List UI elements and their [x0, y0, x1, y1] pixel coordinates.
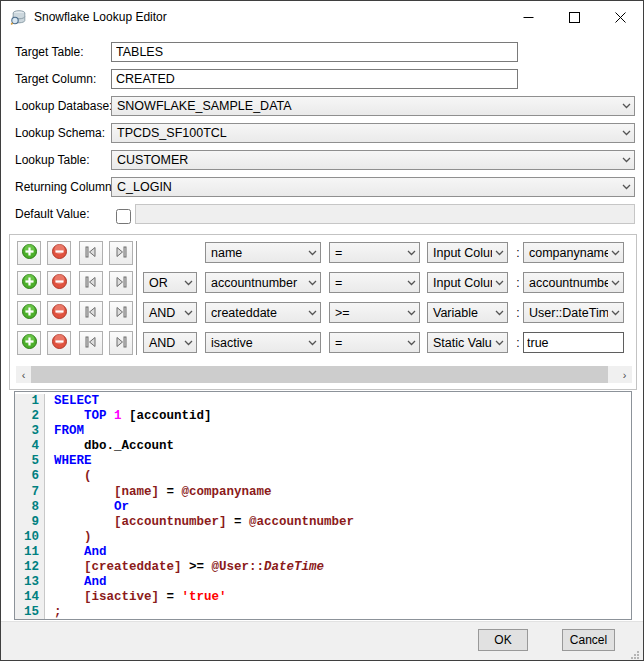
- target-table-label: Target Table:: [15, 42, 84, 62]
- value-type-select[interactable]: Static Value: [427, 332, 508, 353]
- move-last-button[interactable]: [109, 301, 133, 325]
- field-select[interactable]: name: [205, 242, 321, 263]
- line-number: 14: [15, 590, 45, 605]
- operator-select[interactable]: >=: [329, 302, 420, 323]
- colon-separator: :: [514, 331, 522, 355]
- move-last-icon: [113, 244, 129, 263]
- field-select[interactable]: createddate: [205, 302, 321, 323]
- scroll-left-button[interactable]: ‹: [16, 366, 31, 383]
- line-number: 15: [15, 605, 45, 620]
- target-column-input[interactable]: [111, 69, 518, 89]
- condition-builder-panel: name=Input Column:companynameORaccountnu…: [9, 234, 637, 390]
- line-number: 13: [15, 575, 45, 590]
- chevron-down-icon: [492, 280, 507, 286]
- maximize-button[interactable]: [551, 1, 597, 33]
- chevron-down-icon: [404, 340, 419, 346]
- chevron-down-icon: [492, 340, 507, 346]
- resize-grip[interactable]: [630, 650, 640, 660]
- close-icon: [615, 12, 626, 23]
- move-first-button[interactable]: [79, 301, 103, 325]
- line-number: 4: [15, 439, 45, 454]
- condition-row: ANDisactive=Static Value:: [10, 331, 636, 355]
- conjunction-select[interactable]: AND: [143, 332, 197, 353]
- move-first-icon: [83, 334, 99, 353]
- move-first-button[interactable]: [79, 271, 103, 295]
- chevron-right-icon: ›: [623, 369, 627, 381]
- lookup-database-select[interactable]: SNOWFLAKE_SAMPLE_DATA: [111, 96, 635, 116]
- remove-row-icon: [51, 243, 68, 263]
- condition-row: ORaccountnumber=Input Column:accountnumb…: [10, 271, 636, 295]
- condition-row: name=Input Column:companyname: [10, 241, 636, 265]
- remove-row-button[interactable]: [47, 241, 71, 265]
- scrollbar-thumb[interactable]: [31, 366, 608, 383]
- value-type-select[interactable]: Input Column: [427, 272, 508, 293]
- chevron-down-icon: [305, 280, 320, 286]
- add-row-button[interactable]: [17, 301, 41, 325]
- line-number: 7: [15, 485, 45, 500]
- sql-line: 9 [accountnumber] = @accountnumber: [15, 515, 631, 530]
- sql-line: 7 [name] = @companyname: [15, 485, 631, 500]
- move-first-button[interactable]: [79, 241, 103, 265]
- value-type-select[interactable]: Input Column: [427, 242, 508, 263]
- minimize-button[interactable]: [505, 1, 551, 33]
- returning-column-select[interactable]: C_LOGIN: [111, 177, 635, 197]
- scroll-right-button[interactable]: ›: [617, 366, 632, 383]
- lookup-database-label: Lookup Database:: [15, 96, 112, 116]
- value-select[interactable]: companyname: [523, 242, 624, 263]
- default-value-checkbox[interactable]: [116, 209, 131, 224]
- target-table-input[interactable]: [111, 42, 518, 62]
- sql-line: 15;: [15, 605, 631, 620]
- remove-row-icon: [51, 273, 68, 293]
- lookup-table-select[interactable]: CUSTOMER: [111, 150, 635, 170]
- chevron-down-icon: [618, 157, 634, 163]
- close-button[interactable]: [597, 1, 643, 33]
- condition-row: ANDcreateddate>=Variable:User::DateTime: [10, 301, 636, 325]
- conjunction-select[interactable]: AND: [143, 302, 197, 323]
- operator-select[interactable]: =: [329, 332, 420, 353]
- remove-row-icon: [51, 303, 68, 323]
- move-last-button[interactable]: [109, 241, 133, 265]
- value-type-select[interactable]: Variable: [427, 302, 508, 323]
- lookup-schema-select[interactable]: TPCDS_SF100TCL: [111, 123, 635, 143]
- remove-row-button[interactable]: [47, 271, 71, 295]
- sql-preview-panel[interactable]: 1SELECT2 TOP 1 [accountid]3FROM4 dbo._Ac…: [14, 391, 632, 620]
- move-last-button[interactable]: [109, 271, 133, 295]
- colon-separator: :: [514, 301, 522, 325]
- add-row-icon: [21, 303, 38, 323]
- field-select[interactable]: accountnumber: [205, 272, 321, 293]
- value-input[interactable]: [523, 332, 624, 353]
- move-first-icon: [83, 244, 99, 263]
- horizontal-scrollbar[interactable]: ‹ ›: [16, 366, 632, 383]
- chevron-down-icon: [181, 280, 196, 286]
- sql-line: 6 (: [15, 469, 631, 484]
- sql-line: 3FROM: [15, 424, 631, 439]
- move-first-button[interactable]: [79, 331, 103, 355]
- chevron-down-icon: [618, 103, 634, 109]
- dialog-window: Snowflake Lookup Editor Target Table: Ta…: [0, 0, 644, 661]
- line-number: 5: [15, 454, 45, 469]
- add-row-icon: [21, 273, 38, 293]
- sql-code: 1SELECT2 TOP 1 [accountid]3FROM4 dbo._Ac…: [15, 392, 631, 620]
- ok-button[interactable]: OK: [478, 629, 528, 651]
- remove-row-button[interactable]: [47, 301, 71, 325]
- add-row-button[interactable]: [17, 271, 41, 295]
- operator-select[interactable]: =: [329, 242, 420, 263]
- chevron-down-icon: [305, 250, 320, 256]
- chevron-down-icon: [181, 310, 196, 316]
- sql-line: 4 dbo._Account: [15, 439, 631, 454]
- chevron-left-icon: ‹: [22, 369, 26, 381]
- chevron-down-icon: [305, 310, 320, 316]
- value-select[interactable]: User::DateTime: [523, 302, 624, 323]
- cancel-button[interactable]: Cancel: [562, 629, 615, 651]
- conjunction-select[interactable]: OR: [143, 272, 197, 293]
- value-select[interactable]: accountnumber: [523, 272, 624, 293]
- operator-select[interactable]: =: [329, 272, 420, 293]
- add-row-button[interactable]: [17, 241, 41, 265]
- default-value-input[interactable]: [135, 204, 635, 224]
- field-select[interactable]: isactive: [205, 332, 321, 353]
- remove-row-button[interactable]: [47, 331, 71, 355]
- lookup-table-label: Lookup Table:: [15, 150, 90, 170]
- move-last-button[interactable]: [109, 331, 133, 355]
- add-row-button[interactable]: [17, 331, 41, 355]
- chevron-down-icon: [492, 250, 507, 256]
